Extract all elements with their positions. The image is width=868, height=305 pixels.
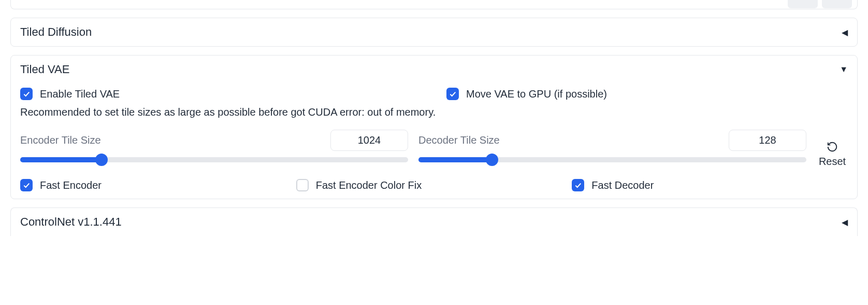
refresh-icon bbox=[827, 141, 838, 155]
slider-thumb[interactable] bbox=[95, 154, 108, 166]
fast-encoder-label: Fast Encoder bbox=[40, 179, 102, 191]
action-pill[interactable] bbox=[822, 0, 852, 8]
tiled-vae-title: Tiled VAE bbox=[20, 63, 69, 76]
tiled-diffusion-panel: Tiled Diffusion bbox=[10, 18, 858, 47]
slider-fill bbox=[418, 157, 492, 162]
controlnet-header[interactable]: ControlNet v1.1.441 bbox=[20, 215, 848, 229]
action-pill-group bbox=[788, 0, 852, 8]
controlnet-panel: ControlNet v1.1.441 bbox=[10, 207, 858, 236]
tiled-diffusion-title: Tiled Diffusion bbox=[20, 25, 92, 39]
slider-fill bbox=[20, 157, 102, 162]
tiled-vae-help-text: Recommended to set tile sizes as large a… bbox=[20, 106, 848, 118]
fast-options-row: Fast Encoder Fast Encoder Color Fix Fast… bbox=[20, 179, 848, 191]
tiled-vae-body: Enable Tiled VAE Move VAE to GPU (if pos… bbox=[20, 76, 848, 191]
action-pill[interactable] bbox=[788, 0, 818, 8]
reset-button[interactable]: Reset bbox=[817, 130, 848, 168]
move-vae-gpu-checkbox[interactable]: Move VAE to GPU (if possible) bbox=[446, 88, 848, 100]
encoder-tile-size-slider[interactable] bbox=[20, 157, 408, 162]
encoder-tile-size-label: Encoder Tile Size bbox=[20, 134, 101, 146]
decoder-tile-size-input[interactable] bbox=[729, 130, 806, 151]
decoder-tile-size-group: Decoder Tile Size bbox=[418, 130, 806, 164]
controlnet-title: ControlNet v1.1.441 bbox=[20, 215, 122, 229]
previous-panel-bottom-edge bbox=[10, 0, 858, 9]
tiled-vae-header[interactable]: Tiled VAE bbox=[20, 63, 848, 76]
checkmark-icon bbox=[20, 88, 33, 100]
decoder-tile-size-slider[interactable] bbox=[418, 157, 806, 162]
checkmark-icon bbox=[572, 179, 584, 191]
checkmark-icon bbox=[446, 88, 459, 100]
fast-decoder-label: Fast Decoder bbox=[591, 179, 654, 191]
fast-encoder-color-fix-checkbox[interactable]: Fast Encoder Color Fix bbox=[296, 179, 572, 191]
tiled-diffusion-header[interactable]: Tiled Diffusion bbox=[20, 25, 848, 39]
encoder-tile-size-input[interactable] bbox=[330, 130, 408, 151]
fast-decoder-checkbox[interactable]: Fast Decoder bbox=[572, 179, 848, 191]
checkbox-empty-icon bbox=[296, 179, 309, 191]
enable-tiled-vae-checkbox[interactable]: Enable Tiled VAE bbox=[20, 88, 422, 100]
encoder-tile-size-group: Encoder Tile Size bbox=[20, 130, 408, 164]
collapse-icon bbox=[842, 27, 848, 37]
expand-icon bbox=[840, 65, 848, 74]
fast-encoder-checkbox[interactable]: Fast Encoder bbox=[20, 179, 296, 191]
decoder-tile-size-label: Decoder Tile Size bbox=[418, 134, 500, 146]
slider-thumb[interactable] bbox=[486, 154, 498, 166]
checkmark-icon bbox=[20, 179, 33, 191]
fast-encoder-color-fix-label: Fast Encoder Color Fix bbox=[316, 179, 422, 191]
collapse-icon bbox=[842, 217, 848, 227]
tile-size-sliders-row: Encoder Tile Size Decoder Tile Size bbox=[20, 130, 848, 168]
enable-tiled-vae-label: Enable Tiled VAE bbox=[40, 88, 120, 100]
reset-label: Reset bbox=[819, 156, 846, 168]
tiled-vae-panel: Tiled VAE Enable Tiled VAE Move VAE to G… bbox=[10, 55, 858, 199]
move-vae-gpu-label: Move VAE to GPU (if possible) bbox=[466, 88, 607, 100]
tiled-vae-top-checkbox-row: Enable Tiled VAE Move VAE to GPU (if pos… bbox=[20, 88, 848, 100]
